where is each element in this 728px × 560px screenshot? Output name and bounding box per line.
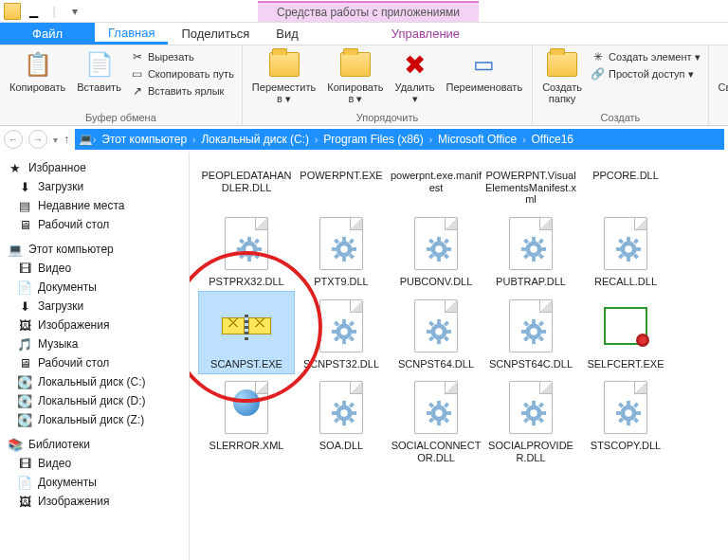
easy-access-button[interactable]: 🔗Простой доступ ▾ — [590, 66, 702, 81]
nav-item[interactable]: 📄Документы — [4, 473, 185, 492]
file-thumbnail — [311, 377, 372, 438]
file-item[interactable]: POWERPNT.VisualElementsManifest.xml — [483, 154, 578, 209]
file-name-label: PEOPLEDATAHANDLER.DLL — [201, 170, 292, 193]
breadcrumb-segment[interactable]: Этот компьютер — [96, 133, 192, 146]
nav-item[interactable]: 💽Локальный диск (C:) — [4, 372, 185, 391]
file-item[interactable]: SELFCERT.EXE — [578, 292, 673, 374]
file-item[interactable]: PPCORE.DLL — [578, 154, 673, 209]
file-item[interactable]: RECALL.DLL — [578, 209, 673, 292]
file-thumbnail — [595, 377, 656, 438]
nav-item[interactable]: ▤Недавние места — [4, 196, 185, 215]
file-item[interactable]: PEOPLEDATAHANDLER.DLL — [199, 154, 294, 209]
tab-home[interactable]: Главная — [95, 23, 168, 45]
file-name-label: RECALL.DLL — [580, 276, 671, 288]
nav-item[interactable]: 🖼Изображения — [4, 316, 185, 334]
group-create-label: Создать — [538, 111, 701, 125]
file-item[interactable]: PTXT9.DLL — [294, 209, 389, 292]
copy-to-button[interactable]: Копировать в ▾ — [323, 47, 387, 106]
nav-item[interactable]: 🎞Видео — [4, 454, 185, 473]
file-item[interactable]: PSTPRX32.DLL — [199, 209, 294, 292]
breadcrumb-segment[interactable]: Office16 — [526, 133, 579, 146]
app-menu-icon[interactable]: ▁ — [25, 3, 42, 20]
breadcrumb-computer-icon: 💻 — [79, 133, 93, 146]
nav-item[interactable]: ⬇Загрузки — [4, 297, 185, 316]
file-thumbnail — [406, 296, 466, 356]
nav-item[interactable]: 🎵Музыка — [4, 334, 185, 353]
forward-button[interactable]: → — [28, 130, 47, 149]
file-name-label: SOA.DLL — [296, 440, 387, 452]
title-bar: ▁ | ▾ Средства работы с приложениями — [0, 0, 728, 23]
nav-item[interactable]: 🖥Рабочий стол — [4, 353, 185, 372]
up-button[interactable]: ↑ — [64, 133, 69, 146]
file-item[interactable]: SCNPST64.DLL — [389, 292, 483, 374]
nav-section[interactable]: 📚Библиотеки — [4, 435, 185, 454]
file-item[interactable]: SCNPST64C.DLL — [483, 292, 578, 374]
copy-to-label: Копировать в ▾ — [327, 81, 383, 104]
group-open-blank — [715, 111, 728, 125]
file-item[interactable]: SCNPST32.DLL — [294, 292, 389, 374]
delete-button[interactable]: ✖Удалить ▾ — [391, 47, 439, 106]
copy-button[interactable]: 📋 Копировать — [6, 47, 69, 95]
nav-item-label: Загрузки — [38, 299, 83, 313]
tab-view[interactable]: Вид — [263, 23, 312, 45]
tab-file[interactable]: Файл — [0, 23, 95, 45]
nav-item[interactable]: ⬇Загрузки — [4, 177, 185, 196]
rename-button[interactable]: ▭Переименовать — [443, 47, 527, 95]
file-item[interactable]: SCANPST.EXE — [199, 292, 294, 374]
file-name-label: PUBCONV.DLL — [391, 276, 482, 288]
new-item-button[interactable]: ✳Создать элемент ▾ — [590, 49, 702, 64]
file-thumbnail — [216, 213, 277, 274]
file-item[interactable]: SLERROR.XML — [199, 373, 294, 467]
copy-path-button[interactable]: ▭Скопировать путь — [129, 66, 236, 81]
back-button[interactable]: ← — [4, 130, 23, 149]
breadcrumb-segment[interactable]: Microsoft Office — [432, 133, 522, 146]
file-item[interactable]: POWERPNT.EXE — [294, 154, 389, 209]
file-item[interactable]: powerpnt.exe.manifest — [389, 154, 483, 209]
explorer-body: ★Избранное⬇Загрузки▤Недавние места🖥Рабоч… — [0, 153, 728, 560]
file-name-label: SCANPST.EXE — [201, 358, 292, 370]
paste-shortcut-button[interactable]: ↗Вставить ярлык — [129, 83, 236, 99]
nav-section[interactable]: 💻Этот компьютер — [4, 240, 185, 259]
copy-path-label: Скопировать путь — [148, 68, 234, 80]
nav-item-label: Рабочий стол — [38, 218, 109, 231]
nav-item[interactable]: 💽Локальный диск (D:) — [4, 391, 185, 410]
file-item[interactable]: PUBCONV.DLL — [389, 209, 483, 292]
qat-dropdown-icon[interactable]: ▾ — [66, 3, 83, 20]
nav-section[interactable]: ★Избранное — [4, 158, 185, 177]
recent-icon: ▤ — [17, 198, 32, 213]
cut-button[interactable]: ✂Вырезать — [129, 49, 236, 64]
file-item[interactable]: PUBTRAP.DLL — [483, 209, 578, 292]
copy-label: Копировать — [9, 81, 65, 93]
breadcrumb[interactable]: 💻 › Этот компьютер›Локальный диск (C:)›P… — [75, 129, 724, 150]
paste-button[interactable]: 📄 Вставить — [73, 47, 125, 95]
properties-label: Свойства ▾ — [719, 81, 728, 104]
file-item[interactable]: SOA.DLL — [294, 373, 389, 467]
file-item[interactable]: SOCIALCONNECTOR.DLL — [389, 373, 483, 467]
nav-item[interactable]: 💽Локальный диск (Z:) — [4, 410, 185, 429]
new-folder-button[interactable]: Создать папку — [538, 47, 586, 106]
nav-item[interactable]: 🎞Видео — [4, 259, 185, 278]
download-icon: ⬇ — [17, 298, 32, 314]
tab-share[interactable]: Поделиться — [168, 23, 263, 45]
file-item[interactable]: STSCOPY.DLL — [578, 373, 673, 467]
group-create: Создать папку ✳Создать элемент ▾ 🔗Просто… — [533, 45, 708, 125]
nav-item[interactable]: 📄Документы — [4, 278, 185, 297]
nav-section-label: Библиотеки — [28, 438, 90, 451]
nav-item-label: Изображения — [38, 318, 109, 332]
properties-button[interactable]: ✔Свойства ▾ — [715, 47, 728, 106]
breadcrumb-segment[interactable]: Локальный диск (C:) — [195, 133, 315, 146]
cut-icon: ✂ — [131, 50, 144, 63]
file-thumbnail — [406, 158, 466, 168]
nav-item[interactable]: 🖼Изображения — [4, 492, 185, 511]
delete-icon: ✖ — [400, 49, 430, 80]
move-to-button[interactable]: Переместить в ▾ — [248, 47, 319, 106]
file-item[interactable]: SOCIALPROVIDER.DLL — [483, 373, 578, 467]
tab-manage[interactable]: Управление — [378, 23, 473, 45]
history-dropdown-icon[interactable]: ▾ — [53, 135, 58, 145]
file-name-label: SCNPST32.DLL — [296, 358, 387, 370]
new-folder-label: Создать папку — [542, 81, 582, 104]
nav-item[interactable]: 🖥Рабочий стол — [4, 215, 185, 234]
file-thumbnail — [406, 213, 466, 274]
group-organize-label: Упорядочить — [248, 111, 526, 125]
breadcrumb-segment[interactable]: Program Files (x86) — [318, 133, 428, 146]
